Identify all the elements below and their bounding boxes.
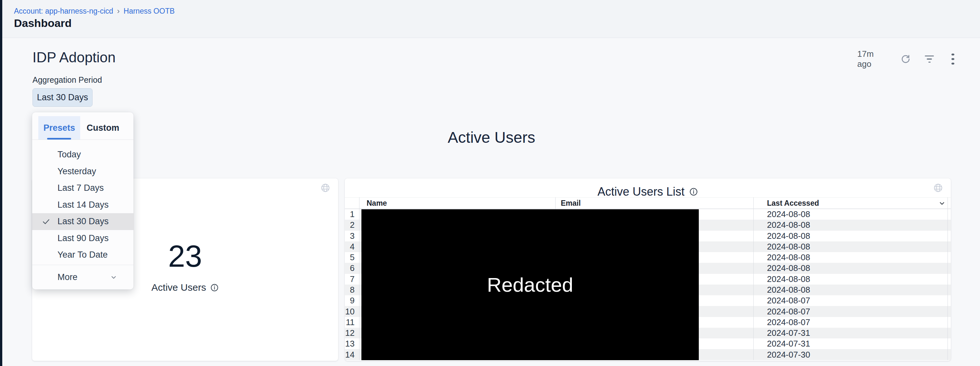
dashboard-title: IDP Adoption bbox=[32, 49, 116, 65]
preset-option[interactable]: Last 7 Days bbox=[32, 180, 134, 196]
last-accessed-cell: 2024-07-31 bbox=[767, 339, 810, 349]
last-refreshed-label: 17m ago bbox=[857, 49, 887, 69]
breadcrumb-separator-icon: › bbox=[117, 6, 120, 16]
last-accessed-cell: 2024-07-30 bbox=[767, 350, 810, 360]
preset-option-label: Yesterday bbox=[57, 166, 96, 176]
row-number: 1 bbox=[345, 209, 355, 219]
info-icon[interactable] bbox=[210, 283, 219, 292]
aggregation-period-label: Aggregation Period bbox=[32, 75, 102, 85]
page-title: Dashboard bbox=[14, 17, 72, 30]
column-header-last-accessed[interactable]: Last Accessed bbox=[767, 198, 819, 209]
globe-icon bbox=[933, 183, 943, 193]
more-option[interactable]: More bbox=[32, 265, 134, 290]
section-title: Active Users bbox=[32, 128, 951, 146]
preset-option-label: Last 90 Days bbox=[57, 233, 109, 243]
last-accessed-cell: 2024-08-08 bbox=[767, 231, 810, 241]
active-users-count: 23 bbox=[168, 239, 202, 273]
chevron-down-icon bbox=[110, 274, 117, 281]
breadcrumb: Account: app-harness-ng-cicd › Harness O… bbox=[14, 6, 175, 16]
row-number: 8 bbox=[345, 285, 355, 295]
table-header-row: Name Email Last Accessed bbox=[345, 197, 951, 209]
last-accessed-cell: 2024-08-08 bbox=[767, 220, 810, 230]
active-users-list-title: Active Users List bbox=[598, 185, 684, 198]
tab-custom[interactable]: Custom bbox=[85, 116, 121, 139]
column-header-email[interactable]: Email bbox=[561, 198, 581, 209]
preset-option-label: Year To Date bbox=[57, 250, 108, 260]
last-accessed-cell: 2024-08-08 bbox=[767, 263, 810, 273]
last-accessed-cell: 2024-08-08 bbox=[767, 285, 810, 295]
preset-option[interactable]: Last 90 Days bbox=[32, 230, 134, 247]
dashboard-page: Account: app-harness-ng-cicd › Harness O… bbox=[0, 0, 980, 366]
column-header-name[interactable]: Name bbox=[367, 198, 387, 209]
last-accessed-cell: 2024-08-08 bbox=[767, 252, 810, 263]
preset-option[interactable]: Last 14 Days bbox=[32, 196, 134, 214]
row-number: 14 bbox=[345, 350, 355, 360]
last-accessed-cell: 2024-08-08 bbox=[767, 209, 810, 219]
preset-option-label: Today bbox=[57, 150, 81, 160]
active-users-card-label: Active Users bbox=[151, 282, 206, 293]
refresh-icon[interactable] bbox=[900, 54, 911, 65]
row-number: 6 bbox=[345, 263, 355, 273]
preset-option[interactable]: Year To Date bbox=[32, 247, 134, 263]
dashboard-toolbar: 17m ago bbox=[857, 52, 958, 66]
last-accessed-cell: 2024-07-31 bbox=[767, 328, 810, 338]
globe-icon bbox=[320, 183, 330, 193]
row-number: 10 bbox=[345, 307, 355, 317]
collapsed-sidebar-edge bbox=[0, 0, 2, 366]
row-number: 4 bbox=[345, 242, 355, 252]
breadcrumb-page-link[interactable]: Harness OOTB bbox=[124, 7, 175, 16]
preset-option-label: Last 14 Days bbox=[57, 200, 109, 210]
aggregation-period-button[interactable]: Last 30 Days bbox=[32, 88, 92, 107]
row-number: 11 bbox=[345, 317, 355, 327]
preset-option[interactable]: Yesterday bbox=[32, 163, 134, 180]
last-accessed-cell: 2024-08-08 bbox=[767, 274, 810, 284]
row-number: 2 bbox=[345, 220, 355, 230]
redacted-label: Redacted bbox=[487, 273, 573, 296]
row-number: 12 bbox=[345, 328, 355, 338]
row-number: 7 bbox=[345, 274, 355, 284]
preset-options-list: Today Yesterday bbox=[32, 146, 134, 263]
dropdown-divider bbox=[32, 139, 134, 140]
page-header-band bbox=[2, 0, 980, 38]
period-dropdown: Presets Custom Today bbox=[32, 112, 134, 290]
info-icon[interactable] bbox=[689, 187, 698, 196]
preset-option[interactable]: Last 30 Days bbox=[32, 213, 134, 230]
last-accessed-cell: 2024-08-07 bbox=[767, 317, 810, 327]
row-number: 3 bbox=[345, 231, 355, 241]
kebab-menu-icon[interactable] bbox=[948, 54, 958, 65]
row-number: 13 bbox=[345, 339, 355, 349]
redacted-overlay: Redacted bbox=[361, 209, 699, 360]
last-accessed-cell: 2024-08-08 bbox=[767, 242, 810, 252]
more-label: More bbox=[57, 272, 78, 282]
column-divider bbox=[753, 197, 754, 360]
row-number: 9 bbox=[345, 296, 355, 306]
row-number: 5 bbox=[345, 252, 355, 263]
breadcrumb-account-link[interactable]: Account: app-harness-ng-cicd bbox=[14, 7, 113, 16]
preset-option[interactable]: Today bbox=[32, 146, 134, 163]
filter-icon[interactable] bbox=[924, 54, 935, 65]
last-accessed-cell: 2024-08-07 bbox=[767, 296, 810, 306]
preset-option-label: Last 7 Days bbox=[57, 183, 104, 193]
checkmark-icon bbox=[42, 217, 50, 226]
preset-option-label: Last 30 Days bbox=[57, 216, 109, 227]
column-divider bbox=[359, 197, 360, 360]
last-accessed-cell: 2024-08-07 bbox=[767, 307, 810, 317]
tab-presets[interactable]: Presets bbox=[38, 116, 80, 139]
sort-chevron-down-icon[interactable] bbox=[939, 200, 946, 207]
active-users-list-card: Active Users List Name Email Last Access… bbox=[345, 179, 951, 361]
